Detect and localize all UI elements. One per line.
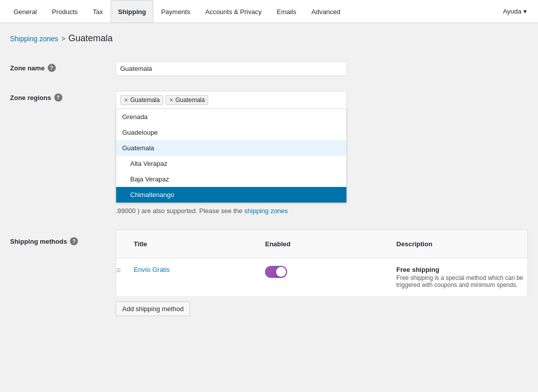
region-tag-2-label: Guatemala: [175, 96, 205, 104]
dropdown-item-guatemala[interactable]: Guatemala: [116, 140, 346, 156]
tab-advanced[interactable]: Advanced: [304, 0, 348, 23]
col-title: Title: [134, 230, 265, 258]
dropdown-item-grenada[interactable]: Grenada: [116, 109, 346, 125]
content-area: Shipping zones > Guatemala Zone name ? Z…: [0, 23, 538, 334]
region-wrapper: ✕ Guatemala ✕ Guatemala Grenada: [116, 91, 347, 203]
tab-tax[interactable]: Tax: [85, 0, 111, 23]
drag-handle-icon[interactable]: ≡: [116, 266, 121, 274]
dropdown-item-chimaltenango[interactable]: Chimaltenango: [116, 187, 346, 203]
tab-shipping[interactable]: Shipping: [111, 0, 154, 23]
form-table: Zone name ? Zone regions ?: [10, 54, 528, 324]
shipping-zones-link[interactable]: shipping zones: [244, 207, 288, 215]
tab-accounts-privacy[interactable]: Accounts & Privacy: [198, 0, 269, 23]
method-name-link[interactable]: Envío Gratis: [134, 266, 170, 273]
breadcrumb: Shipping zones > Guatemala: [10, 33, 528, 44]
shipping-methods-label: Shipping methods: [10, 238, 67, 245]
methods-table: Title Enabled Description ≡: [116, 230, 528, 297]
shipping-methods-container: Title Enabled Description ≡: [116, 230, 528, 316]
zone-regions-help-icon[interactable]: ?: [54, 93, 62, 102]
dropdown-item-guadeloupe[interactable]: Guadeloupe: [116, 125, 346, 140]
col-description: Description: [396, 230, 527, 258]
dropdown-item-baja-verapaz[interactable]: Baja Verapaz: [116, 171, 346, 187]
dropdown-item-alta-verapaz[interactable]: Alta Verapaz: [116, 156, 346, 171]
zone-name-input[interactable]: [116, 61, 347, 76]
tab-payments[interactable]: Payments: [153, 0, 198, 23]
region-tags: ✕ Guatemala ✕ Guatemala: [116, 91, 346, 109]
method-desc-text: Free shipping is a special method which …: [396, 274, 527, 288]
col-drag: [116, 230, 134, 258]
toggle-knob: [276, 267, 286, 277]
region-dropdown: Grenada Guadeloupe Guatemala Alta Verapa…: [116, 109, 346, 203]
note-prefix: .99000 ) are also supported. Please see …: [116, 207, 244, 215]
enabled-toggle[interactable]: [265, 266, 287, 278]
methods-header-row: Title Enabled Description: [116, 230, 528, 258]
tab-products[interactable]: Products: [44, 0, 85, 23]
add-shipping-method-button[interactable]: Add shipping method: [116, 302, 190, 316]
shipping-methods-row: Shipping methods ? Title Enabled Descrip…: [10, 222, 528, 324]
zone-name-help-icon[interactable]: ?: [48, 64, 56, 72]
breadcrumb-current: Guatemala: [68, 33, 113, 44]
ayuda-label: Ayuda: [503, 8, 521, 15]
region-container[interactable]: ✕ Guatemala ✕ Guatemala Grenada: [116, 91, 347, 203]
ayuda-button[interactable]: Ayuda ▾: [498, 0, 532, 23]
remove-tag-2-icon[interactable]: ✕: [169, 97, 173, 104]
zone-regions-note: .99000 ) are also supported. Please see …: [116, 207, 518, 215]
breadcrumb-link[interactable]: Shipping zones: [10, 35, 58, 43]
nav-tabs: General Products Tax Shipping Payments A…: [6, 0, 348, 23]
breadcrumb-separator: >: [61, 35, 65, 43]
dropdown-scroll[interactable]: Grenada Guadeloupe Guatemala Alta Verapa…: [116, 109, 346, 203]
table-row: ≡ Envío Gratis: [116, 258, 528, 297]
zone-name-label: Zone name: [10, 64, 45, 72]
zone-regions-label: Zone regions: [10, 94, 51, 102]
zone-regions-row: Zone regions ? ✕ Guatemala ✕: [10, 83, 528, 222]
region-tag-1-label: Guatemala: [130, 96, 160, 104]
shipping-methods-help-icon[interactable]: ?: [70, 237, 78, 245]
remove-tag-1-icon[interactable]: ✕: [124, 97, 128, 104]
top-bar: General Products Tax Shipping Payments A…: [0, 0, 538, 23]
region-tag-2[interactable]: ✕ Guatemala: [165, 95, 209, 105]
region-tag-1[interactable]: ✕ Guatemala: [120, 95, 163, 105]
zone-name-row: Zone name ?: [10, 54, 528, 83]
col-enabled: Enabled: [265, 230, 396, 258]
tab-general[interactable]: General: [6, 0, 44, 23]
tab-emails[interactable]: Emails: [269, 0, 304, 23]
chevron-down-icon: ▾: [523, 8, 527, 15]
method-desc-title: Free shipping: [396, 266, 527, 273]
